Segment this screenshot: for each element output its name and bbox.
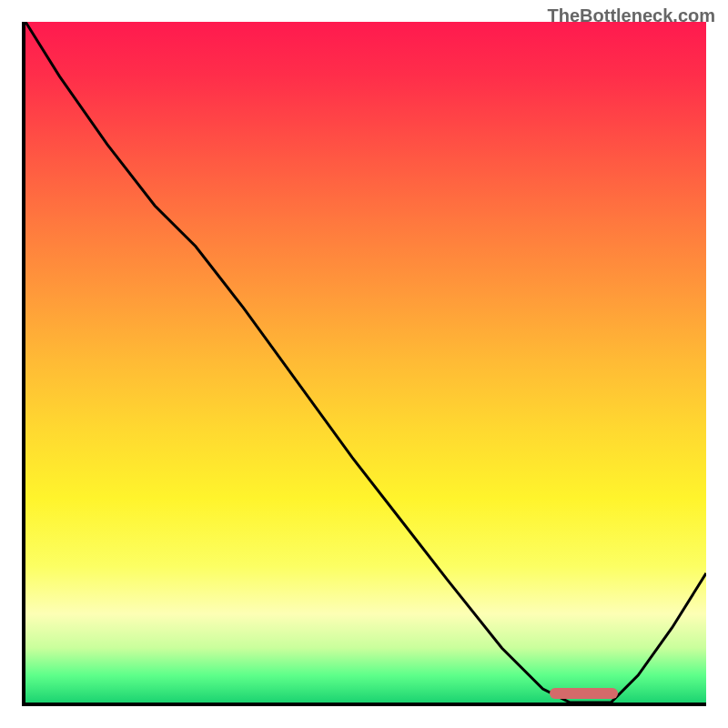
plot-area — [25, 22, 706, 703]
x-axis — [22, 703, 706, 706]
bottleneck-curve — [25, 22, 706, 703]
line-svg — [25, 22, 706, 703]
optimal-range-marker — [550, 688, 618, 699]
chart-container: { "watermark": "TheBottleneck.com", "cha… — [0, 0, 728, 728]
